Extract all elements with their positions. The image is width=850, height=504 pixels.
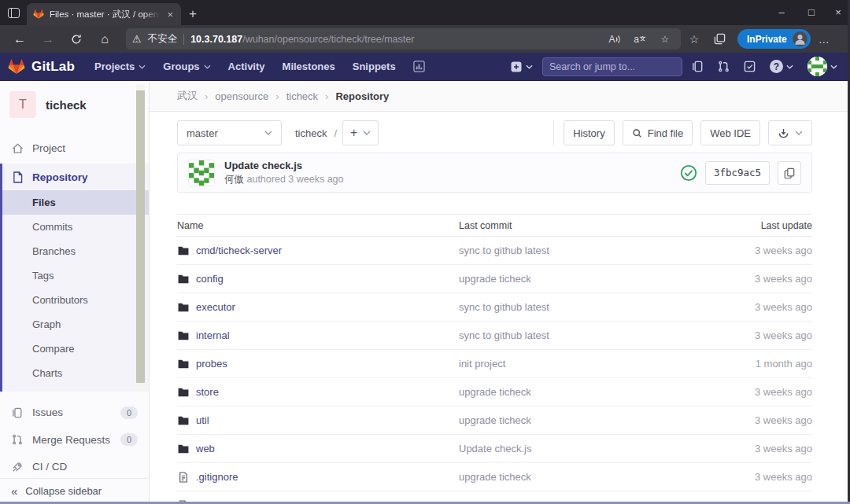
close-button[interactable]: × — [826, 0, 850, 24]
breadcrumb-project[interactable]: ticheck — [286, 90, 318, 102]
sidebar-item-charts[interactable]: Charts — [2, 361, 149, 385]
commit-title-link[interactable]: Update check.js — [224, 160, 344, 171]
vertical-tabs-button[interactable] — [0, 0, 27, 25]
folder-icon — [177, 331, 189, 340]
new-dropdown-button[interactable] — [505, 55, 538, 79]
file-link[interactable]: probes — [177, 358, 459, 370]
gitlab-logo[interactable]: GitLab — [8, 58, 75, 75]
commit-message-link[interactable]: Update check.js — [459, 443, 694, 454]
file-link[interactable]: web — [177, 443, 459, 454]
minimize-button[interactable]: – — [767, 0, 796, 24]
file-link[interactable]: config — [177, 273, 459, 285]
web-ide-button[interactable]: Web IDE — [700, 120, 760, 145]
commit-message-link[interactable]: upgrade ticheck — [459, 386, 694, 398]
project-name: ticheck — [46, 98, 87, 112]
sidebar-item-tags[interactable]: Tags — [2, 263, 149, 288]
table-row: web Update check.js 3 weeks ago — [177, 435, 812, 463]
menu-activity[interactable]: Activity — [220, 53, 274, 81]
sidebar-item-graph[interactable]: Graph — [2, 312, 149, 337]
help-dropdown-button[interactable]: ? — [765, 55, 798, 79]
file-link[interactable]: util — [177, 414, 459, 426]
home-button[interactable]: ⌂ — [91, 28, 118, 50]
last-update: 3 weeks ago — [694, 414, 812, 426]
user-avatar-button[interactable] — [803, 55, 842, 79]
menu-milestones[interactable]: Milestones — [274, 53, 344, 81]
download-dropdown-button[interactable] — [768, 120, 812, 145]
commit-message-link[interactable]: init project — [459, 358, 694, 370]
pipeline-status-icon[interactable] — [680, 164, 697, 182]
menu-groups[interactable]: Groups — [154, 53, 219, 81]
collections-icon[interactable] — [708, 28, 731, 50]
add-file-dropdown[interactable]: + — [342, 120, 379, 145]
browser-tab[interactable]: Files · master · 武汉 / opensour × — [27, 3, 181, 25]
file-link[interactable]: .gitignore — [177, 471, 459, 483]
branch-selector[interactable]: master — [177, 120, 282, 145]
sidebar-item-issues[interactable]: Issues 0 — [0, 401, 149, 423]
file-link[interactable]: internal — [177, 329, 459, 341]
gitlab-menu: Projects Groups Activity Milestones Snip… — [86, 53, 434, 81]
sidebar-item-commits[interactable]: Commits — [2, 215, 149, 239]
settings-more-icon[interactable]: … — [812, 28, 836, 50]
sidebar-item-cicd[interactable]: CI / CD — [0, 455, 149, 477]
address-bar[interactable]: ⚠ 不安全 10.3.70.187/wuhan/opensource/tiche… — [126, 28, 681, 50]
inprivate-badge[interactable]: InPrivate — [737, 29, 811, 49]
window-controls: – □ × — [767, 0, 850, 24]
not-secure-label[interactable]: 不安全 — [148, 32, 178, 46]
new-tab-button[interactable]: + — [181, 3, 205, 25]
file-link[interactable]: cmd/ticheck-server — [177, 245, 459, 256]
chevron-down-icon — [795, 131, 803, 135]
commit-message-link[interactable]: sync to github latest — [459, 245, 694, 256]
project-avatar: T — [9, 91, 36, 118]
global-search[interactable] — [542, 57, 682, 76]
browser-window: Files · master · 武汉 / opensour × + – □ ×… — [0, 0, 850, 504]
commit-sha-button[interactable]: 3fbc9ac5 — [705, 161, 770, 185]
menu-snippets[interactable]: Snippets — [344, 53, 405, 81]
commit-message-link[interactable]: sync to github latest — [459, 301, 694, 313]
file-link[interactable]: store — [177, 386, 459, 398]
file-link[interactable]: executor — [177, 301, 459, 313]
breadcrumb-group[interactable]: 武汉 — [177, 89, 198, 103]
issues-nav-icon[interactable] — [687, 55, 708, 79]
table-row: executor sync to github latest 3 weeks a… — [177, 293, 812, 322]
read-aloud-icon[interactable]: A — [605, 30, 624, 49]
profile-avatar — [793, 31, 808, 46]
sidebar-item-contributors[interactable]: Contributors — [2, 288, 149, 312]
sidebar-item-merge-requests[interactable]: Merge Requests 0 — [0, 429, 149, 451]
commit-message-link[interactable]: upgrade ticheck — [459, 414, 694, 426]
sidebar-scrollbar-thumb[interactable] — [136, 90, 145, 383]
todos-nav-icon[interactable] — [739, 55, 760, 79]
history-button[interactable]: History — [564, 120, 614, 145]
search-input[interactable] — [549, 61, 676, 72]
refresh-button[interactable] — [63, 28, 90, 50]
sidebar-item-branches[interactable]: Branches — [2, 239, 149, 263]
url-text[interactable]: 10.3.70.187/wuhan/opensource/ticheck/tre… — [190, 34, 599, 45]
add-favorite-icon[interactable]: ☆ — [656, 30, 674, 49]
sidebar-project-link[interactable]: T ticheck — [0, 81, 149, 127]
back-button[interactable]: ← — [6, 28, 33, 50]
find-file-button[interactable]: Find file — [623, 120, 693, 145]
sidebar-item-files[interactable]: Files — [2, 190, 149, 215]
favorites-icon[interactable]: ☆ — [682, 28, 706, 50]
last-commit-box: Update check.js 何傲 authored 3 weeks ago … — [177, 153, 812, 193]
commit-message-link[interactable]: sync to github latest — [459, 329, 694, 341]
menu-projects[interactable]: Projects — [86, 53, 154, 81]
chart-icon[interactable] — [405, 53, 434, 81]
sidebar-item-compare[interactable]: Compare — [2, 337, 149, 361]
user-avatar — [808, 57, 827, 76]
collapse-sidebar-button[interactable]: « Collapse sidebar — [0, 478, 149, 504]
copy-sha-button[interactable] — [778, 161, 801, 185]
sidebar-item-project[interactable]: Project — [0, 137, 149, 159]
commit-message-link[interactable]: upgrade ticheck — [459, 273, 694, 285]
last-update: 3 weeks ago — [694, 471, 812, 483]
translate-icon[interactable]: a — [630, 30, 649, 49]
sidebar-item-repository[interactable]: Repository — [2, 164, 149, 190]
table-row: .gitignore upgrade ticheck 3 weeks ago — [177, 463, 812, 491]
last-update: 3 weeks ago — [694, 301, 812, 313]
breadcrumb-subgroup[interactable]: opensource — [215, 90, 268, 102]
commit-author-link[interactable]: 何傲 — [224, 174, 244, 185]
copy-icon — [784, 167, 795, 178]
merge-requests-nav-icon[interactable] — [713, 55, 734, 79]
commit-message-link[interactable]: upgrade ticheck — [459, 471, 694, 483]
maximize-button[interactable]: □ — [796, 0, 826, 24]
tab-close-icon[interactable]: × — [165, 9, 175, 20]
